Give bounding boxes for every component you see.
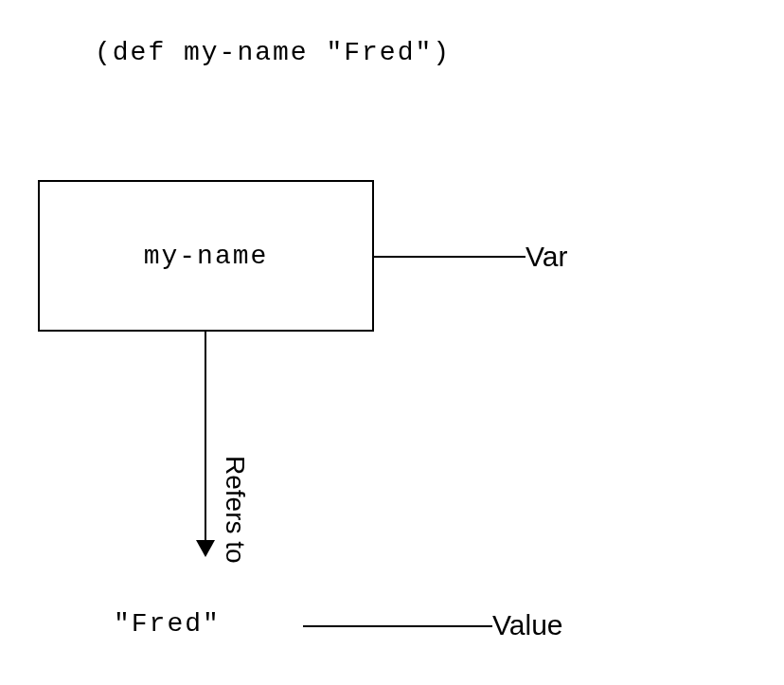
refers-arrow-head [196, 540, 215, 557]
value-label: Value [492, 609, 563, 641]
value-text: "Fred" [114, 609, 221, 639]
refers-to-label: Refers to [220, 456, 250, 564]
var-box: my-name [38, 180, 374, 332]
code-expression: (def my-name "Fred") [95, 38, 451, 67]
var-connector-line [374, 256, 526, 258]
var-box-text: my-name [144, 242, 269, 271]
var-label: Var [526, 241, 567, 273]
refers-arrow-line [205, 332, 206, 550]
value-connector-line [303, 625, 492, 627]
